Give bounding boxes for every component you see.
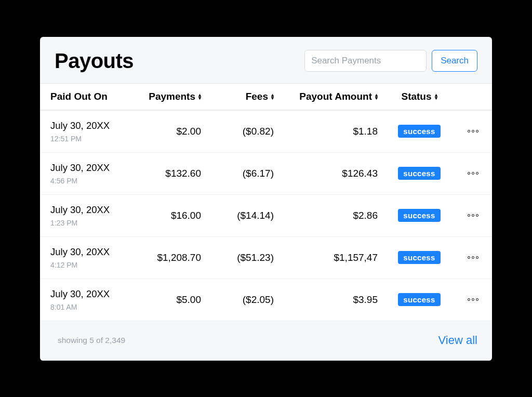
col-header-label: Fees — [246, 91, 268, 102]
cell-fees: ($0.82) — [201, 126, 274, 137]
more-icon[interactable] — [464, 253, 482, 262]
time-text: 1:23 PM — [50, 219, 134, 227]
col-header-payments[interactable]: Payments — [134, 91, 201, 102]
date-text: July 30, 20XX — [50, 120, 134, 131]
time-text: 12:51 PM — [50, 135, 134, 143]
col-header-payout-amount[interactable]: Payout Amount — [274, 91, 378, 102]
sort-icon — [375, 94, 378, 99]
panel-header: Payouts Search — [40, 37, 492, 83]
col-header-label: Payments — [149, 91, 195, 102]
col-header-label: Paid Out On — [50, 91, 108, 102]
cell-amount: $2.86 — [274, 210, 378, 221]
cell-actions — [456, 169, 482, 178]
table-header-row: Paid Out On Payments Fees Payout Amount … — [40, 84, 492, 111]
cell-actions — [456, 211, 482, 220]
cell-date: July 30, 20XX 1:23 PM — [50, 204, 134, 227]
cell-amount: $1.18 — [274, 126, 378, 137]
cell-date: July 30, 20XX 4:56 PM — [50, 162, 134, 185]
cell-date: July 30, 20XX 8:01 AM — [50, 288, 134, 311]
cell-amount: $126.43 — [274, 168, 378, 179]
more-icon[interactable] — [464, 127, 482, 136]
cell-date: July 30, 20XX 4:12 PM — [50, 246, 134, 269]
more-icon[interactable] — [464, 169, 482, 178]
time-text: 8:01 AM — [50, 303, 134, 311]
cell-payments: $2.00 — [134, 126, 201, 137]
col-header-paid-out-on[interactable]: Paid Out On — [50, 91, 134, 102]
cell-actions — [456, 295, 482, 304]
cell-amount: $1,157,47 — [274, 252, 378, 263]
cell-fees: ($51.23) — [201, 252, 274, 263]
col-header-label: Payout Amount — [299, 91, 372, 102]
status-badge: success — [398, 293, 440, 306]
view-all-link[interactable]: View all — [438, 334, 477, 347]
cell-payments: $5.00 — [134, 294, 201, 306]
more-icon[interactable] — [464, 295, 482, 304]
table-row: July 30, 20XX 1:23 PM $16.00 ($14.14) $2… — [40, 195, 492, 237]
cell-status: success — [383, 293, 456, 306]
search-input[interactable] — [304, 50, 427, 72]
status-badge: success — [398, 209, 440, 222]
date-text: July 30, 20XX — [50, 246, 134, 258]
cell-status: success — [383, 125, 456, 138]
cell-payments: $1,208.70 — [134, 252, 201, 263]
cell-status: success — [383, 209, 456, 222]
search-group: Search — [304, 50, 477, 72]
cell-actions — [456, 253, 482, 262]
more-icon[interactable] — [464, 211, 482, 220]
sort-icon — [435, 94, 437, 99]
date-text: July 30, 20XX — [50, 204, 134, 216]
cell-status: success — [383, 167, 456, 180]
status-badge: success — [398, 167, 440, 180]
table-row: July 30, 20XX 4:12 PM $1,208.70 ($51.23)… — [40, 237, 492, 279]
col-header-label: Status — [401, 91, 431, 102]
table-row: July 30, 20XX 12:51 PM $2.00 ($0.82) $1.… — [40, 111, 492, 153]
status-badge: success — [398, 251, 440, 264]
cell-date: July 30, 20XX 12:51 PM — [50, 120, 134, 143]
cell-payments: $132.60 — [134, 168, 201, 179]
table-footer: showing 5 of 2,349 View all — [40, 321, 492, 361]
date-text: July 30, 20XX — [50, 288, 134, 300]
table-row: July 30, 20XX 8:01 AM $5.00 ($2.05) $3.9… — [40, 279, 492, 321]
cell-amount: $3.95 — [274, 294, 378, 306]
search-button[interactable]: Search — [432, 50, 477, 72]
col-header-fees[interactable]: Fees — [201, 91, 274, 102]
date-text: July 30, 20XX — [50, 162, 134, 174]
cell-payments: $16.00 — [134, 210, 201, 221]
showing-count: showing 5 of 2,349 — [58, 336, 125, 345]
cell-fees: ($14.14) — [201, 210, 274, 221]
cell-fees: ($2.05) — [201, 294, 274, 306]
cell-status: success — [383, 251, 456, 264]
status-badge: success — [398, 125, 440, 138]
col-header-status[interactable]: Status — [383, 91, 456, 102]
table-row: July 30, 20XX 4:56 PM $132.60 ($6.17) $1… — [40, 153, 492, 195]
page-title: Payouts — [55, 49, 134, 73]
time-text: 4:12 PM — [50, 261, 134, 269]
payouts-panel: Payouts Search Paid Out On Payments Fees… — [40, 37, 492, 361]
cell-actions — [456, 127, 482, 136]
time-text: 4:56 PM — [50, 177, 134, 185]
cell-fees: ($6.17) — [201, 168, 274, 179]
payouts-table: Paid Out On Payments Fees Payout Amount … — [40, 83, 492, 321]
